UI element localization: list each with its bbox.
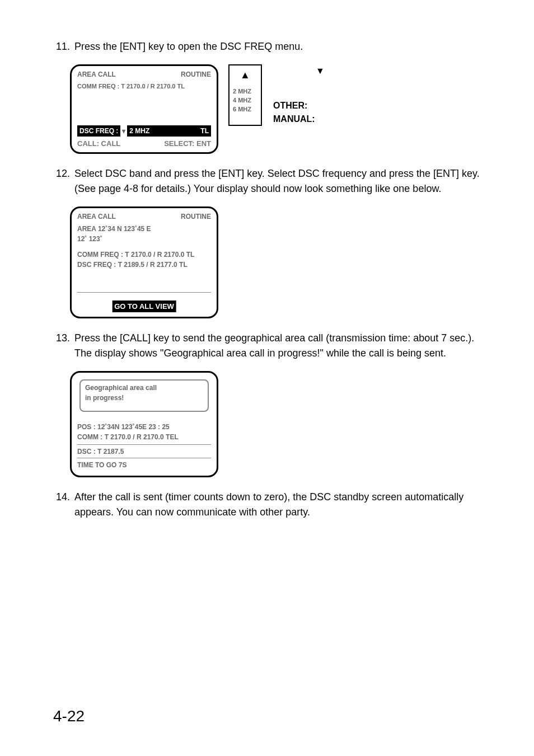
step14-num: 14.: [53, 490, 74, 520]
fig2-area-line2: 12˚ 123˚: [77, 234, 102, 244]
step13-text: Press the [CALL] key to send the geograp…: [74, 331, 481, 361]
progress-message-box: Geographical area call in progress!: [79, 379, 209, 412]
fig1-dscfreq-label: DSC FREQ :: [77, 125, 120, 137]
popup-option-4mhz: 4 MHZ: [233, 96, 251, 105]
step11-num: 11.: [53, 39, 74, 54]
fig1-title-left: AREA CALL: [77, 69, 116, 79]
fig1-commfreq: COMM FREQ : T 2170.0 / R 2170.0 TL: [77, 82, 185, 91]
chevron-down-icon: ▾: [122, 126, 125, 136]
screen-in-progress: Geographical area call in progress! POS …: [70, 371, 218, 477]
fig2-area-line1: AREA 12˚34 N 123˚45 E: [77, 224, 151, 234]
step14-text: After the call is sent (timer counts dow…: [74, 490, 481, 520]
fig2-commfreq: COMM FREQ : T 2170.0 / R 2170.0 TL: [77, 250, 194, 260]
popup-option-6mhz: 6 MHZ: [233, 105, 251, 114]
screen-dsc-freq: AREA CALL ROUTINE COMM FREQ : T 2170.0 /…: [70, 64, 218, 154]
fig3-timetogo: TIME TO GO 7S: [77, 460, 127, 470]
popup-option-2mhz: 2 MHZ: [233, 87, 251, 96]
chevron-up-icon: ▲: [240, 68, 250, 83]
fig3-pos: POS : 12˚34N 123˚45E 23 : 25: [77, 422, 170, 432]
chevron-down-icon: ▼: [316, 64, 325, 78]
fig1-title-right: ROUTINE: [181, 69, 211, 79]
page-number: 4-22: [53, 705, 85, 728]
fig2-title-left: AREA CALL: [77, 212, 116, 222]
fig3-comm: COMM : T 2170.0 / R 2170.0 TEL: [77, 432, 179, 442]
fig1-dscfreq-suffix: TL: [152, 125, 211, 137]
progress-msg-line2: in progress!: [85, 393, 203, 403]
step11-text: Press the [ENT] key to open the DSC FREQ…: [74, 39, 481, 54]
step12-num: 12.: [53, 166, 74, 196]
popup-band-list: ▲ 2 MHZ 4 MHZ 6 MHZ: [228, 64, 262, 126]
fig1-bottom-left: CALL: CALL: [77, 138, 120, 149]
step13-num: 13.: [53, 331, 74, 361]
fig1-bottom-right: SELECT: ENT: [164, 138, 211, 149]
progress-msg-line1: Geographical area call: [85, 383, 203, 393]
figure-1: AREA CALL ROUTINE COMM FREQ : T 2170.0 /…: [70, 64, 481, 154]
fig3-dsc: DSC : T 2187.5: [77, 447, 124, 457]
fig2-dscfreq: DSC FREQ : T 2189.5 / R 2177.0 TL: [77, 260, 188, 270]
step12-text: Select DSC band and press the [ENT] key.…: [74, 166, 481, 196]
fig2-title-right: ROUTINE: [181, 212, 211, 222]
go-to-all-view: GO TO ALL VIEW: [112, 300, 176, 313]
label-manual: MANUAL:: [273, 112, 325, 126]
screen-allview: AREA CALL ROUTINE AREA 12˚34 N 123˚45 E …: [70, 206, 218, 318]
fig1-dscfreq-val: 2 MHZ: [127, 125, 152, 137]
label-other: OTHER:: [273, 99, 325, 112]
fig1-right-column: ▼ OTHER: MANUAL:: [273, 64, 325, 126]
